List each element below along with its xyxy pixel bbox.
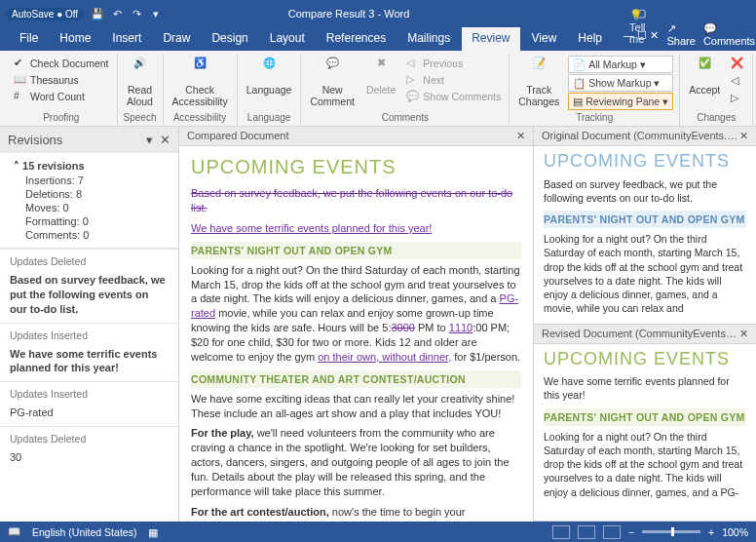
inserted-line: We have some terrific events planned for… xyxy=(191,221,521,236)
share-button[interactable]: ↗ Share xyxy=(667,22,696,47)
ribbon-tabs: File Home Insert Draw Design Layout Refe… xyxy=(0,27,756,51)
thesaurus-button[interactable]: 📖Thesaurus xyxy=(12,72,111,88)
next-comment-button[interactable]: ▷Next xyxy=(404,72,503,88)
revisions-dropdown-icon[interactable]: ▾ xyxy=(146,133,153,147)
new-comment-button[interactable]: 💬New Comment xyxy=(307,56,358,109)
qat-more-icon[interactable]: ▾ xyxy=(148,6,164,21)
tab-help[interactable]: Help xyxy=(568,27,612,51)
tab-draw[interactable]: Draw xyxy=(153,27,200,51)
tab-insert[interactable]: Insert xyxy=(102,27,151,51)
tab-file[interactable]: File xyxy=(10,27,48,51)
zoom-slider[interactable] xyxy=(642,530,700,533)
check-document-button[interactable]: ✔Check Document xyxy=(12,56,111,71)
next-change-button[interactable]: ▷ xyxy=(729,91,746,106)
paragraph: We have some exciting ideas that can rea… xyxy=(191,392,521,421)
paragraph: Looking for a night out? On the third Sa… xyxy=(191,263,521,365)
subheading: PARENTS' NIGHT OUT AND OPEN GYM xyxy=(544,408,746,426)
status-language[interactable]: English (United States) xyxy=(32,526,136,538)
reject-button[interactable]: ❌ xyxy=(729,56,746,71)
group-changes: ✅Accept ❌ ◁ ▷ Changes xyxy=(680,54,753,126)
tell-me[interactable]: 💡 Tell me xyxy=(620,5,656,51)
autosave-toggle[interactable]: AutoSave ● Off xyxy=(6,8,84,19)
check-accessibility-button[interactable]: ♿Check Accessibility xyxy=(170,56,231,109)
paragraph: For the play, we'll need volunteers from… xyxy=(191,426,521,498)
web-layout-icon[interactable] xyxy=(603,525,621,539)
group-label-accessibility: Accessibility xyxy=(170,112,231,124)
window-title: Compare Result 3 - Word xyxy=(164,8,534,19)
group-label-language: Language xyxy=(244,112,295,124)
status-macro-icon[interactable]: ▦ xyxy=(148,526,158,538)
group-speech: 🔊Read Aloud Speech xyxy=(118,54,164,126)
group-label-comments: Comments xyxy=(307,112,503,124)
revisions-pane: Revisions ▾ ✕ ˄ 15 revisions Insertions:… xyxy=(0,127,179,522)
redo-icon[interactable]: ↷ xyxy=(129,6,144,21)
undo-icon[interactable]: ↶ xyxy=(109,6,125,21)
group-proofing: ✔Check Document 📖Thesaurus #Word Count P… xyxy=(6,54,118,126)
tab-home[interactable]: Home xyxy=(50,27,100,51)
paragraph: Looking for a night out? On the third Sa… xyxy=(544,430,746,499)
heading-upcoming: UPCOMING EVENTS xyxy=(191,154,521,180)
revised-title: Revised Document (CommunityEvents_new.do… xyxy=(542,328,739,340)
read-aloud-button[interactable]: 🔊Read Aloud xyxy=(124,56,157,109)
read-mode-icon[interactable] xyxy=(552,525,570,539)
show-comments-button[interactable]: 💬Show Comments xyxy=(404,89,503,104)
previous-comment-button[interactable]: ◁Previous xyxy=(404,56,503,71)
group-comments: 💬New Comment ✖Delete ◁Previous ▷Next 💬Sh… xyxy=(301,54,510,126)
source-documents: Original Document (CommunityEvents.docx … xyxy=(534,127,756,522)
subheading: PARENTS' NIGHT OUT AND OPEN GYM xyxy=(191,242,521,259)
group-language: 🌐Language Language xyxy=(238,54,302,126)
compared-document-body[interactable]: UPCOMING EVENTS Based on survey feedback… xyxy=(179,146,533,522)
tab-design[interactable]: Design xyxy=(202,27,257,51)
original-close-icon[interactable]: ✕ xyxy=(739,130,748,142)
tab-review[interactable]: Review xyxy=(462,27,519,51)
compared-close-icon[interactable]: ✕ xyxy=(516,130,525,142)
zoom-in-icon[interactable]: + xyxy=(708,526,714,538)
print-layout-icon[interactable] xyxy=(578,525,595,539)
comments-button[interactable]: 💬 Comments xyxy=(703,22,755,47)
tab-mailings[interactable]: Mailings xyxy=(397,27,460,51)
revision-item[interactable]: Updates Inserted PG-rated xyxy=(0,381,178,426)
paragraph: For the art contest/auction, now's the t… xyxy=(191,505,521,522)
compared-document-pane: Compared Document ✕ UPCOMING EVENTS Base… xyxy=(179,127,534,522)
status-bar: 📖 English (United States) ▦ − + 100% xyxy=(0,522,756,542)
paragraph: We have some terrific events planned for… xyxy=(544,374,746,402)
group-label-changes: Changes xyxy=(686,112,746,124)
revised-close-icon[interactable]: ✕ xyxy=(739,328,748,340)
previous-change-button[interactable]: ◁ xyxy=(729,73,746,89)
revision-item[interactable]: Updates Deleted Based on survey feedback… xyxy=(0,249,178,323)
language-button[interactable]: 🌐Language xyxy=(244,56,295,98)
heading-upcoming: UPCOMING EVENTS xyxy=(544,350,746,369)
revised-document-pane: Revised Document (CommunityEvents_new.do… xyxy=(534,325,756,523)
original-document-body[interactable]: UPCOMING EVENTS Based on survey feedback… xyxy=(534,146,756,324)
tab-references[interactable]: References xyxy=(317,27,396,51)
tab-view[interactable]: View xyxy=(522,27,567,51)
status-book-icon[interactable]: 📖 xyxy=(8,525,20,538)
zoom-out-icon[interactable]: − xyxy=(628,526,634,538)
save-icon[interactable]: 💾 xyxy=(90,6,105,21)
revisions-summary: ˄ 15 revisions Insertions: 7 Deletions: … xyxy=(0,153,178,249)
revision-item[interactable]: Updates Deleted 30 xyxy=(0,426,178,471)
ribbon: ✔Check Document 📖Thesaurus #Word Count P… xyxy=(0,51,756,127)
reviewing-pane-dropdown[interactable]: ▤ Reviewing Pane ▾ xyxy=(568,93,673,110)
main-workspace: Revisions ▾ ✕ ˄ 15 revisions Insertions:… xyxy=(0,127,756,522)
revisions-pane-title: Revisions xyxy=(8,133,62,147)
accept-button[interactable]: ✅Accept xyxy=(686,56,723,98)
word-count-button[interactable]: #Word Count xyxy=(12,89,111,104)
group-tracking: 📝Track Changes 📄 All Markup ▾ 📋 Show Mar… xyxy=(510,54,680,126)
tab-layout[interactable]: Layout xyxy=(260,27,315,51)
group-accessibility: ♿Check Accessibility Accessibility xyxy=(164,54,238,126)
delete-comment-button[interactable]: ✖Delete xyxy=(363,56,398,98)
revised-document-body[interactable]: UPCOMING EVENTS We have some terrific ev… xyxy=(534,344,756,522)
display-for-review-dropdown[interactable]: 📄 All Markup ▾ xyxy=(568,56,673,73)
original-title: Original Document (CommunityEvents.docx … xyxy=(542,130,739,142)
revisions-close-icon[interactable]: ✕ xyxy=(160,133,170,147)
revision-item[interactable]: Updates Inserted We have some terrific e… xyxy=(0,323,178,382)
deleted-line: Based on survey feedback, we put the fol… xyxy=(191,186,521,215)
group-label-tracking: Tracking xyxy=(515,112,673,124)
zoom-level[interactable]: 100% xyxy=(722,526,748,538)
compared-title: Compared Document xyxy=(187,130,289,142)
heading-upcoming: UPCOMING EVENTS xyxy=(544,152,746,172)
group-label-proofing: Proofing xyxy=(12,112,111,124)
track-changes-button[interactable]: 📝Track Changes xyxy=(515,56,562,109)
show-markup-dropdown[interactable]: 📋 Show Markup ▾ xyxy=(568,74,673,92)
